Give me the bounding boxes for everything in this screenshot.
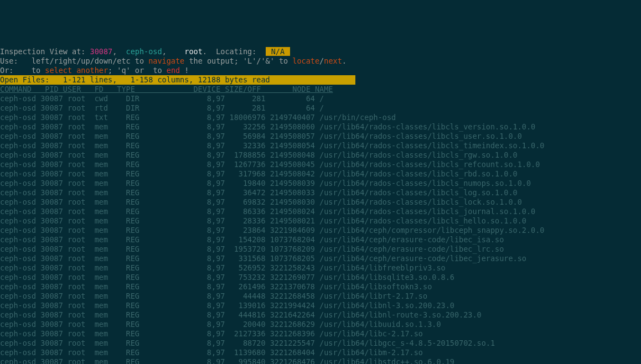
table-row: ceph-osd 30087 root mem REG 8,97 139016 … (0, 301, 641, 310)
table-row: ceph-osd 30087 root mem REG 8,97 261496 … (0, 282, 641, 292)
table-row: ceph-osd 30087 root mem REG 8,97 154208 … (0, 235, 641, 245)
table-row: ceph-osd 30087 root mem REG 8,97 317968 … (0, 169, 641, 179)
table-row: ceph-osd 30087 root txt REG 8,97 1800697… (0, 113, 641, 122)
inspection-proc: ceph-osd (126, 47, 162, 56)
table-row: ceph-osd 30087 root mem REG 8,97 56984 2… (0, 132, 641, 141)
table-row: ceph-osd 30087 root mem REG 8,97 1267736… (0, 160, 641, 169)
table-row: ceph-osd 30087 root mem REG 8,97 44448 3… (0, 292, 641, 301)
table-row: ceph-osd 30087 root mem REG 8,97 526952 … (0, 263, 641, 273)
select-verb: select another (45, 66, 108, 75)
inspection-user: root (184, 47, 203, 56)
table-row: ceph-osd 30087 root mem REG 8,97 331568 … (0, 254, 641, 263)
next-verb: next (324, 56, 342, 65)
inspection-label: Inspection View at: (0, 47, 90, 56)
table-row: ceph-osd 30087 root mem REG 8,97 753232 … (0, 273, 641, 282)
table-row: ceph-osd 30087 root rtd DIR 8,97 281 64 … (0, 103, 641, 113)
table-row: ceph-osd 30087 root mem REG 8,97 20040 3… (0, 320, 641, 329)
table-row: ceph-osd 30087 root mem REG 8,97 32256 2… (0, 122, 641, 132)
header-line-2: Use: left/right/up/down/etc to navigate … (0, 56, 641, 66)
column-headers: COMMAND PID USER FD TYPE DEVICE SIZE/OFF… (0, 85, 641, 94)
table-row: ceph-osd 30087 root mem REG 8,97 1953720… (0, 245, 641, 254)
status-bar: Open Files: 1-121 lines, 1-158 columns, … (0, 75, 641, 85)
table-row: ceph-osd 30087 root mem REG 8,97 1139680… (0, 348, 641, 357)
nav-verb: navigate (148, 56, 184, 65)
locating-value: N/A (266, 47, 291, 56)
locating-label: Locating: (207, 47, 266, 56)
header-line-1: Inspection View at: 30087, ceph-osd, roo… (0, 47, 641, 56)
table-row: ceph-osd 30087 root mem REG 8,97 23864 3… (0, 226, 641, 235)
table-row: ceph-osd 30087 root mem REG 8,97 88720 3… (0, 339, 641, 348)
table-row: ceph-osd 30087 root mem REG 8,97 19840 2… (0, 179, 641, 188)
table-row: ceph-osd 30087 root mem REG 8,97 86336 2… (0, 207, 641, 216)
table-row: ceph-osd 30087 root cwd DIR 8,97 281 64 … (0, 94, 641, 103)
locate-verb: locate (292, 56, 319, 65)
table-row: ceph-osd 30087 root mem REG 8,97 2127336… (0, 329, 641, 339)
table-row: ceph-osd 30087 root mem REG 8,97 1788856… (0, 150, 641, 160)
table-row: ceph-osd 30087 root mem REG 8,97 444816 … (0, 310, 641, 320)
table-row: ceph-osd 30087 root mem REG 8,97 28336 2… (0, 216, 641, 226)
end-verb: end (167, 66, 180, 75)
table-row: ceph-osd 30087 root mem REG 8,97 995840 … (0, 357, 641, 364)
table-row: ceph-osd 30087 root mem REG 8,97 32336 2… (0, 141, 641, 150)
status-text: Open Files: 1-121 lines, 1-158 columns, … (0, 75, 355, 85)
table-row: ceph-osd 30087 root mem REG 8,97 69832 2… (0, 197, 641, 207)
inspection-pid: 30087 (90, 47, 113, 56)
header-line-3: Or: to select another; 'q' or to end ! (0, 66, 641, 75)
table-row: ceph-osd 30087 root mem REG 8,97 36472 2… (0, 188, 641, 197)
